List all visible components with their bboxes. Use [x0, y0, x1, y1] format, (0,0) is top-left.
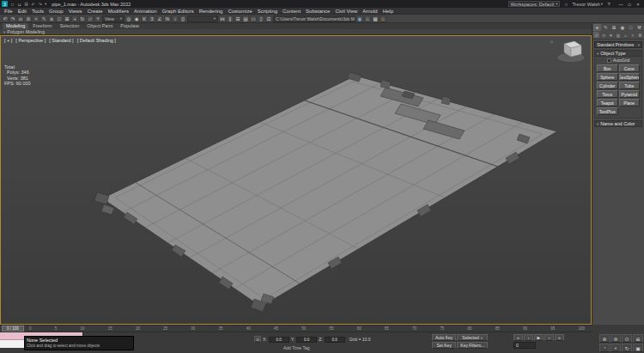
add-time-tag-button[interactable]: Add Time Tag	[283, 345, 309, 350]
object-type-button[interactable]: Sphere	[597, 73, 618, 81]
menu-item[interactable]: Substance	[303, 8, 332, 15]
selection-lock-toggle[interactable]: ⊙	[254, 336, 261, 343]
z-coordinate-field[interactable]: 0.0	[325, 337, 345, 343]
window-crossing-icon[interactable]: ⊞	[64, 15, 70, 22]
curve-editor-icon[interactable]: ∫	[258, 15, 264, 22]
track-bar[interactable]: 0 / 100 05101520253035404550556065707580…	[0, 325, 592, 332]
home-view-icon[interactable]: ⌂	[550, 39, 553, 44]
category-systems[interactable]: ⚙	[637, 32, 643, 38]
go-to-end-button[interactable]: »	[555, 334, 564, 341]
object-type-button[interactable]: Plane	[619, 99, 641, 107]
menu-item[interactable]: Animation	[131, 8, 160, 15]
select-and-manipulate-icon[interactable]: ◆	[133, 15, 140, 22]
tab-display[interactable]: □	[627, 24, 635, 31]
workspaces-dropdown[interactable]: Workspaces: Default ▾	[508, 1, 561, 7]
search-icon[interactable]: ○	[562, 1, 569, 7]
undo-quick-icon[interactable]: ↶	[30, 1, 36, 7]
select-and-place-icon[interactable]: ⌖	[94, 15, 101, 22]
menu-item[interactable]: Rendering	[197, 8, 226, 15]
y-coordinate-field[interactable]: 0.0	[296, 337, 317, 343]
app-logo-icon[interactable]: 3	[2, 1, 8, 7]
menu-item[interactable]: Views	[66, 8, 85, 15]
key-filters-button[interactable]: Key Filters...	[457, 342, 488, 349]
x-coordinate-field[interactable]: 0.0	[269, 337, 289, 343]
menu-item[interactable]: Edit	[15, 8, 29, 15]
select-by-name-icon[interactable]: ≡	[48, 15, 55, 22]
redo-icon[interactable]: ↷	[9, 15, 16, 22]
ribbon-tab[interactable]: Modeling	[3, 23, 28, 29]
field-of-view-icon[interactable]: ◔	[599, 344, 610, 352]
current-frame-field[interactable]: 0	[513, 342, 536, 349]
help-icon[interactable]: ?	[605, 1, 612, 7]
orbit-icon[interactable]: ↻	[622, 344, 632, 352]
select-and-rotate-icon[interactable]: ↻	[79, 15, 86, 22]
object-type-rollout-header[interactable]: ▾ Object Type	[594, 50, 642, 57]
tab-create[interactable]: +	[593, 24, 601, 31]
category-lights[interactable]: ☀	[608, 32, 614, 38]
schematic-view-icon[interactable]: ⊡	[265, 15, 272, 22]
selection-region-icon[interactable]: □	[56, 15, 63, 22]
viewcube[interactable]	[554, 37, 588, 63]
category-space-warps[interactable]: ≈	[629, 32, 635, 38]
key-mode-dropdown[interactable]: Selected ▾	[457, 334, 488, 341]
close-button[interactable]: ×	[634, 1, 642, 8]
zoom-icon[interactable]: ⊕	[599, 334, 610, 343]
object-type-button[interactable]: Teapot	[597, 99, 618, 107]
time-slider-handle[interactable]: 0 / 100	[2, 326, 24, 332]
render-setup-icon[interactable]: ♨	[364, 15, 371, 22]
menu-item[interactable]: Modifiers	[106, 8, 131, 15]
menu-item[interactable]: Scripting	[255, 8, 280, 15]
previous-frame-button[interactable]: ‹	[524, 334, 533, 341]
category-shapes[interactable]: ◇	[600, 32, 606, 38]
play-button[interactable]: ▶	[534, 334, 544, 341]
category-geometry[interactable]: ○	[593, 32, 599, 38]
tab-modify[interactable]: ✎	[602, 24, 610, 31]
viewport-label-item[interactable]: [ Standard ]	[49, 38, 73, 43]
menu-item[interactable]: Graph Editors	[160, 8, 197, 15]
percent-snap-icon[interactable]: %	[164, 15, 171, 22]
new-scene-icon[interactable]: □	[9, 1, 15, 7]
object-type-button[interactable]: Tube	[619, 82, 641, 89]
toggle-layer-explorer-icon[interactable]: ▤	[242, 15, 249, 22]
render-production-icon[interactable]: ♨	[380, 15, 386, 22]
use-pivot-center-icon[interactable]: ◎	[125, 15, 132, 22]
menu-item[interactable]: Civil View	[332, 8, 360, 15]
perspective-viewport[interactable]: [ + ][ Perspective ][ Standard ][ Defaul…	[0, 35, 592, 325]
object-type-button[interactable]: Box	[597, 64, 618, 72]
spinner-snap-icon[interactable]: ↕	[172, 15, 179, 22]
menu-item[interactable]: Tools	[29, 8, 46, 15]
name-and-color-rollout-header[interactable]: ▾ Name and Color	[594, 120, 642, 127]
align-icon[interactable]: ∥	[227, 15, 234, 22]
quick-access-chevron-icon[interactable]: ▾	[45, 2, 46, 6]
ribbon-tab[interactable]: Populate	[117, 23, 143, 29]
category-helpers[interactable]: ⌂	[623, 32, 629, 38]
zoom-extents-all-icon[interactable]: ⊞	[633, 334, 643, 343]
ribbon-tab[interactable]: Selection	[57, 23, 83, 29]
menu-item[interactable]: Content	[280, 8, 303, 15]
redo-quick-icon[interactable]: ↷	[37, 1, 43, 7]
category-cameras[interactable]: ◎	[615, 32, 621, 38]
edit-named-selection-sets-icon[interactable]: {}	[179, 15, 186, 22]
rendered-frame-window-icon[interactable]: ▦	[372, 15, 379, 22]
go-to-start-button[interactable]: «	[513, 334, 523, 341]
angle-snap-icon[interactable]: ∠	[156, 15, 163, 22]
undo-icon[interactable]: ↶	[2, 15, 9, 22]
autogrid-checkbox[interactable]	[607, 58, 611, 63]
toggle-ribbon-icon[interactable]: ▭	[250, 15, 257, 22]
ribbon-tab[interactable]: Freeform	[29, 23, 55, 29]
pan-icon[interactable]: +	[611, 344, 621, 352]
menu-item[interactable]: Customize	[225, 8, 254, 15]
menu-item[interactable]: Arnold	[360, 8, 380, 15]
select-and-scale-icon[interactable]: ▱	[87, 15, 94, 22]
save-file-icon[interactable]: ⊟	[23, 1, 29, 7]
object-type-button[interactable]: TextPlus	[597, 107, 618, 115]
auto-key-button[interactable]: Auto Key	[432, 334, 456, 341]
ribbon-panel-strip[interactable]: ▾ Polygon Modeling	[0, 29, 592, 35]
bind-to-space-warp-icon[interactable]: ≈	[33, 15, 39, 22]
signed-in-user[interactable]: Trevor Walsh ▾	[572, 2, 603, 7]
select-and-move-icon[interactable]: +	[71, 15, 78, 22]
reference-coordinate-dropdown[interactable]: View ▾	[102, 15, 125, 22]
mirror-icon[interactable]: ⋈	[219, 15, 226, 22]
snaps-toggle-icon[interactable]: 3	[149, 15, 155, 22]
viewport-label-item[interactable]: [ Perspective ]	[15, 38, 46, 43]
